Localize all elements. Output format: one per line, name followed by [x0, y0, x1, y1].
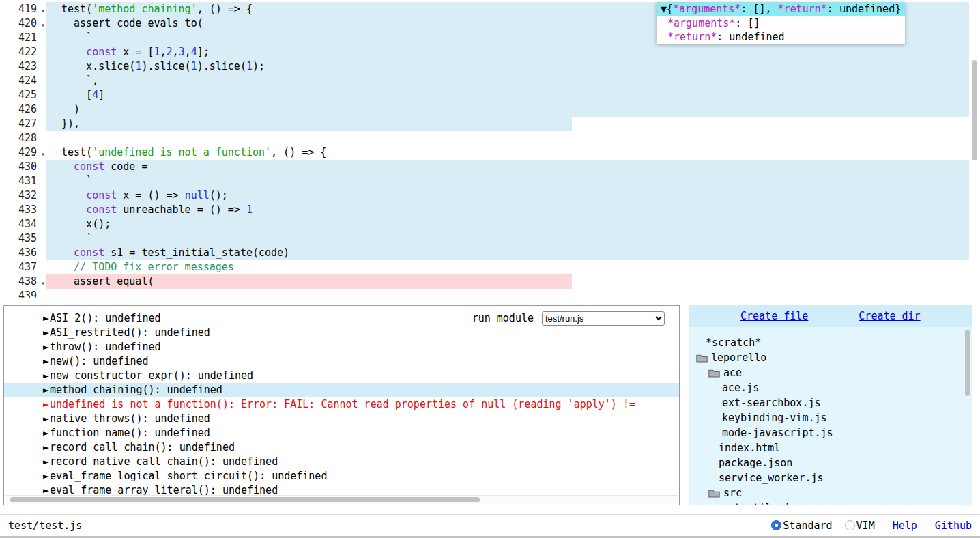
code-token: 'undefined is not a function' [92, 146, 271, 158]
line-number: 420 [18, 16, 37, 31]
expander-icon[interactable]: ► [43, 470, 49, 482]
code-content[interactable]: }), [46, 117, 980, 131]
file-tree-item[interactable]: package.json [689, 455, 972, 470]
code-token: 1 [191, 60, 197, 72]
test-result-item[interactable]: ►eval_frame logical short circuit(): und… [4, 469, 679, 483]
folder-icon [696, 354, 708, 363]
keybinding-option-vim[interactable]: VIM [845, 520, 875, 532]
github-link[interactable]: Github [935, 520, 972, 532]
fold-toggle-icon[interactable]: ▾ [41, 3, 45, 18]
code-token: null [185, 189, 210, 201]
code-content[interactable]: const code = [46, 160, 980, 174]
run-module-label: run module [472, 311, 534, 326]
expander-icon[interactable]: ► [43, 326, 49, 339]
code-text: assert_equal( [46, 274, 980, 289]
file-tree-folder[interactable]: ace [689, 365, 972, 380]
file-tree-scrollbar-thumb[interactable] [965, 330, 970, 396]
code-content[interactable]: x.slice(1).slice(1).slice(1); [46, 59, 980, 74]
test-result-item[interactable]: ►throw(): undefined [4, 340, 679, 354]
radio-vim-label[interactable]: VIM [856, 520, 875, 532]
test-result-item[interactable]: ►new constructor expr(): undefined [4, 369, 679, 383]
test-result-text: method chaining(): undefined [50, 384, 222, 396]
file-tree-item[interactable]: ace.js [689, 380, 972, 395]
expander-icon[interactable]: ► [43, 455, 49, 468]
expander-icon[interactable]: ► [43, 341, 49, 353]
code-line: 432 const x = () => null(); [0, 188, 980, 203]
code-content[interactable]: assert_equal( [46, 274, 980, 289]
test-result-item[interactable]: ►undefined is not a function(): Error: F… [4, 397, 679, 412]
expander-icon[interactable]: ► [43, 369, 49, 382]
horizontal-scrollbar-thumb[interactable] [10, 497, 480, 502]
code-content[interactable] [46, 289, 980, 298]
radio-standard-label[interactable]: Standard [783, 520, 832, 532]
code-line: 423 x.slice(1).slice(1).slice(1); [0, 59, 980, 74]
code-content[interactable]: test('undefined is not a function', () =… [46, 145, 980, 160]
file-tree-item[interactable]: service_worker.js [689, 470, 972, 485]
fold-toggle-icon[interactable]: ▾ [41, 18, 45, 32]
expander-icon[interactable]: ► [43, 441, 49, 453]
radio-standard[interactable] [771, 520, 781, 530]
file-tree-folder[interactable]: leporello [689, 350, 972, 365]
help-link[interactable]: Help [893, 520, 917, 532]
file-tree-item[interactable]: ext-searchbox.js [689, 395, 972, 410]
horizontal-scrollbar[interactable] [5, 495, 678, 504]
fold-toggle-icon[interactable]: ▾ [41, 147, 45, 161]
code-content[interactable]: const unreachable = () => 1 [46, 203, 980, 217]
file-tree-item[interactable]: *scratch* [689, 335, 972, 350]
code-content[interactable]: ) [46, 102, 980, 117]
file-name: leporello [711, 351, 766, 365]
line-gutter: 435 [0, 231, 46, 246]
line-number: 433 [18, 203, 37, 217]
test-result-item[interactable]: ►new(): undefined [4, 354, 679, 369]
radio-vim[interactable] [845, 520, 855, 530]
expander-icon[interactable]: ► [43, 312, 49, 324]
fold-toggle-icon[interactable]: ▾ [41, 276, 45, 290]
test-result-item[interactable]: ►ASI_restrited(): undefined [4, 326, 679, 340]
code-content[interactable]: const x = [1,2,3,4]; [46, 45, 980, 59]
code-content[interactable] [46, 131, 980, 145]
expander-icon[interactable]: ► [43, 384, 49, 396]
create-dir-link[interactable]: Create dir [859, 309, 920, 324]
file-tree-item[interactable]: mode-javascript.js [689, 425, 972, 440]
eval-tooltip[interactable]: ▼{*arguments*: [], *return*: undefined} … [657, 2, 905, 44]
code-token: *return* [667, 31, 717, 43]
test-result-item[interactable]: ►function name(): undefined [4, 426, 679, 440]
code-content[interactable]: ` [46, 174, 980, 188]
test-result-item[interactable]: ►method chaining(): undefined [4, 383, 679, 397]
test-result-item[interactable]: ►record call chain(): undefined [4, 440, 679, 455]
test-result-text: throw(): undefined [50, 341, 161, 353]
file-name: ext-searchbox.js [722, 396, 821, 410]
editor-scrollbar-thumb[interactable] [972, 60, 977, 160]
file-tree-item[interactable]: index.html [689, 440, 972, 455]
code-content[interactable]: ` [46, 231, 980, 246]
create-file-link[interactable]: Create file [740, 309, 808, 324]
expander-icon[interactable]: ► [43, 427, 49, 439]
code-token: assert_equal( [61, 275, 154, 287]
current-file-path: test/test.js [8, 520, 82, 532]
code-content[interactable]: // TODO fix error messages [46, 260, 980, 274]
code-content[interactable]: x(); [46, 217, 980, 231]
expander-icon[interactable]: ► [43, 412, 49, 425]
eval-tooltip-header[interactable]: ▼{*arguments*: [], *return*: undefined} [657, 2, 905, 16]
line-number: 424 [18, 74, 37, 88]
keybinding-option-standard[interactable]: Standard [771, 520, 832, 532]
line-gutter: 429▾ [0, 145, 46, 160]
code-content[interactable]: const x = () => null(); [46, 188, 980, 203]
code-text: const x = () => null(); [46, 188, 980, 203]
test-result-item[interactable]: ►native throws(): undefined [4, 412, 679, 426]
expander-icon[interactable]: ► [43, 398, 49, 410]
code-content[interactable]: const s1 = test_initial_state(code) [46, 246, 980, 260]
code-content[interactable]: [4] [46, 88, 980, 102]
code-editor[interactable]: 419▾test('method chaining', () => {420▾ … [0, 0, 980, 298]
code-line: 436 const s1 = test_initial_state(code) [0, 246, 980, 260]
file-tree-folder[interactable]: src [689, 485, 972, 500]
expander-icon[interactable]: ► [43, 355, 49, 367]
file-tree-item[interactable]: keybinding-vim.js [689, 410, 972, 425]
line-number: 430 [18, 160, 37, 174]
code-text: ` [46, 174, 980, 188]
run-module-select[interactable]: test/run.js [542, 311, 665, 326]
file-tree-item[interactable]: ast_utils.js [689, 500, 972, 505]
code-content[interactable]: `, [46, 74, 980, 88]
file-name: keybinding-vim.js [722, 411, 827, 425]
test-result-item[interactable]: ►record native call chain(): undefined [4, 455, 679, 469]
